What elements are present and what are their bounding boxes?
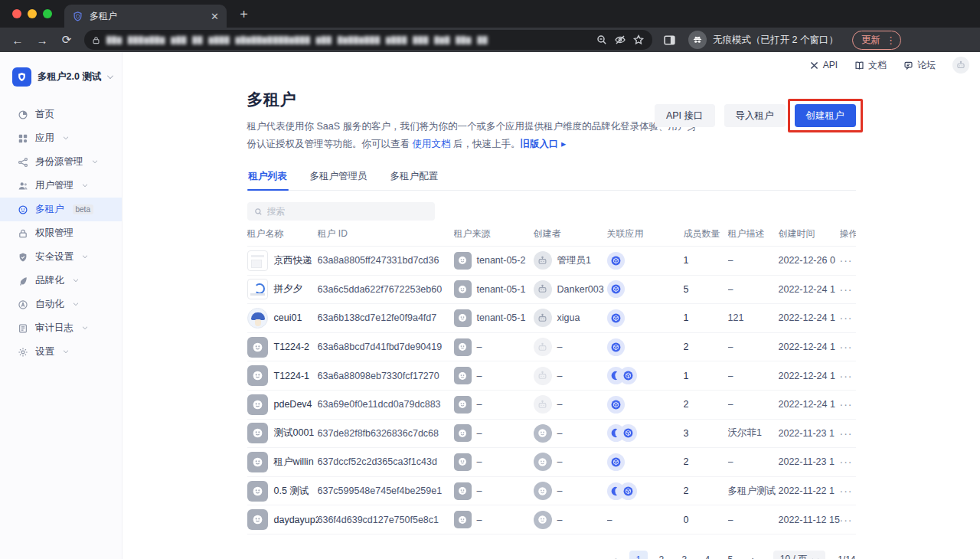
- sidebar-item-9[interactable]: 自动化: [0, 293, 122, 316]
- user-avatar[interactable]: [952, 57, 969, 74]
- tenant-source: tenant-05-1: [477, 284, 526, 295]
- address-bar[interactable]: ██▇ ███▇██▇ ▇██ ██ ▇███ ▇█▇██▇████▇███ ▇…: [84, 30, 652, 50]
- sidebar-item-2[interactable]: 应用: [0, 126, 122, 150]
- eye-blocked-icon[interactable]: [614, 34, 626, 46]
- sidebar-item-6[interactable]: 权限管理: [0, 221, 122, 245]
- audit-icon: [18, 323, 28, 334]
- row-actions-button[interactable]: ···: [840, 514, 856, 526]
- sidebar-item-11[interactable]: 设置: [0, 340, 122, 364]
- workspace-switcher[interactable]: 多租户2.0 测试: [0, 63, 122, 90]
- created-at-cell: 2022-11-22 1: [779, 485, 840, 496]
- pagination-prev-button[interactable]: ‹: [606, 551, 625, 559]
- topbar-api-link[interactable]: API: [809, 60, 838, 70]
- row-actions-button[interactable]: ···: [840, 254, 856, 266]
- zoom-window-button[interactable]: [43, 9, 52, 18]
- bookmark-star-icon[interactable]: [632, 34, 645, 46]
- linked-apps-cell: [607, 396, 684, 414]
- creator-cell: –: [534, 338, 607, 356]
- browser-tab[interactable]: 多租户 ✕: [64, 5, 227, 28]
- tenant-source-cell: –: [454, 367, 534, 384]
- update-button[interactable]: 更新 ⋮: [852, 31, 901, 50]
- tenant-id-cell: 637de82f8fb6326836c7dc68: [318, 428, 454, 439]
- creator-robot-icon: [534, 280, 552, 299]
- row-actions-button[interactable]: ···: [840, 398, 856, 410]
- tenant-logo-avatar: [247, 308, 268, 329]
- topbar-docs-link[interactable]: 文档: [854, 59, 887, 72]
- tab-1[interactable]: 租户列表: [247, 165, 289, 190]
- creator-tenant-icon: [534, 424, 552, 443]
- tab-close-icon[interactable]: ✕: [211, 11, 219, 22]
- row-actions-button[interactable]: ···: [840, 283, 856, 296]
- new-tab-button[interactable]: ＋: [237, 5, 250, 28]
- main-area: API 文档 论坛 多租户 租户代表使用你 SaaS 服务的客户，我们将为你的一…: [122, 52, 980, 559]
- sidebar-item-4[interactable]: 用户管理: [0, 174, 122, 198]
- row-actions-button[interactable]: ···: [840, 427, 856, 440]
- tenant-source-cell: –: [454, 482, 534, 500]
- pagination-page-5[interactable]: 5: [721, 551, 740, 559]
- sidebar-item-8[interactable]: 品牌化: [0, 269, 122, 293]
- chevron-down-icon: [73, 301, 77, 306]
- table-row[interactable]: pdeDev463a69e0f0e11dcd0a79dc883––2–2022-…: [247, 391, 856, 420]
- tab-2[interactable]: 多租户管理员: [309, 165, 369, 190]
- browser-menu-icon[interactable]: ⋮: [886, 34, 896, 46]
- lock-icon: [18, 228, 28, 239]
- sidebar-item-label: 应用: [35, 132, 54, 145]
- sidebar-item-7[interactable]: 安全设置: [0, 245, 122, 269]
- table-row[interactable]: ceui0163a6b138cd7e12fe0f9a4fd7tenant-05-…: [247, 304, 856, 333]
- sidebar-item-3[interactable]: 身份源管理: [0, 150, 122, 174]
- row-actions-button[interactable]: ···: [840, 312, 856, 324]
- tenant-id-cell: 637dccf52c2d365ca3f1c43d: [318, 456, 454, 467]
- members-count-cell: 1: [684, 371, 728, 381]
- minimize-window-button[interactable]: [28, 9, 37, 18]
- import-tenant-button[interactable]: 导入租户: [724, 104, 786, 127]
- table-row[interactable]: daydayup2636f4d639cd127e750f5e8c1–––0–20…: [247, 505, 856, 534]
- row-actions-button[interactable]: ···: [840, 456, 856, 468]
- sidebar-item-10[interactable]: 审计日志: [0, 316, 122, 340]
- docs-link[interactable]: 使用文档: [412, 139, 450, 149]
- creator-name: 管理员1: [557, 254, 591, 267]
- tenant-name-cell: daydayup2: [247, 509, 318, 530]
- topbar-forum-link[interactable]: 论坛: [903, 59, 936, 72]
- pagination-page-2[interactable]: 2: [652, 551, 671, 559]
- tenant-name: 0.5 测试: [274, 485, 309, 498]
- app-cube-icon: [619, 482, 637, 500]
- search-input[interactable]: [267, 206, 428, 217]
- members-count-cell: 2: [684, 399, 728, 410]
- sidebar-item-5[interactable]: 多租户beta: [0, 198, 122, 221]
- page-size-select[interactable]: 10 / 页: [773, 551, 825, 559]
- table-row[interactable]: 京西快递63a8a8805ff247331bd7cd36tenant-05-2管…: [247, 247, 856, 276]
- legacy-entry-link[interactable]: 旧版入口 ▸: [520, 139, 566, 149]
- linked-apps-cell: [607, 252, 684, 270]
- table-row[interactable]: 拼夕夕63a6c5dda622f7672253eb60tenant-05-1Da…: [247, 276, 856, 305]
- tenant-name: daydayup2: [274, 515, 318, 525]
- pagination-page-4[interactable]: 4: [698, 551, 717, 559]
- source-tenant-icon: [454, 367, 472, 384]
- table-row[interactable]: 0.5 测试637c599548e745ef4be259e1––2多租户测试20…: [247, 477, 856, 506]
- tab-3[interactable]: 多租户配置: [389, 165, 440, 190]
- create-tenant-button[interactable]: 创建租户: [795, 104, 856, 127]
- table-row[interactable]: 测试0001637de82f8fb6326836c7dc68––3沃尔菲1202…: [247, 420, 856, 449]
- api-endpoints-button[interactable]: API 接口: [655, 104, 715, 127]
- sidebar-item-label: 用户管理: [35, 179, 74, 192]
- creator-cell: –: [534, 395, 607, 414]
- search-box[interactable]: [247, 202, 435, 221]
- back-button[interactable]: ←: [8, 34, 28, 47]
- reload-button[interactable]: ⟳: [57, 33, 77, 47]
- row-actions-button[interactable]: ···: [840, 341, 856, 353]
- zoom-page-icon[interactable]: [596, 34, 608, 46]
- table-row[interactable]: 租户willin637dccf52c2d365ca3f1c43d––2–2022…: [247, 448, 856, 477]
- row-actions-button[interactable]: ···: [840, 370, 856, 382]
- pagination-page-1[interactable]: 1: [629, 551, 648, 559]
- forward-button[interactable]: →: [32, 34, 52, 47]
- table-row[interactable]: T1224-163a6a88098eb7330fcf17270––1–2022-…: [247, 361, 856, 391]
- pagination-page-3[interactable]: 3: [675, 551, 694, 559]
- sidebar-item-1[interactable]: 首页: [0, 103, 122, 126]
- source-tenant-icon: [454, 396, 472, 414]
- table-row[interactable]: T1224-263a6a8bcd7d41fbd7de90419––2–2022-…: [247, 333, 856, 362]
- side-panel-icon[interactable]: [663, 34, 676, 47]
- pagination-total: 1/14: [838, 554, 855, 559]
- close-window-button[interactable]: [12, 9, 21, 18]
- row-actions-button[interactable]: ···: [840, 485, 856, 497]
- sidebar-item-label: 自动化: [35, 298, 64, 311]
- pagination-next-button[interactable]: ›: [744, 551, 763, 559]
